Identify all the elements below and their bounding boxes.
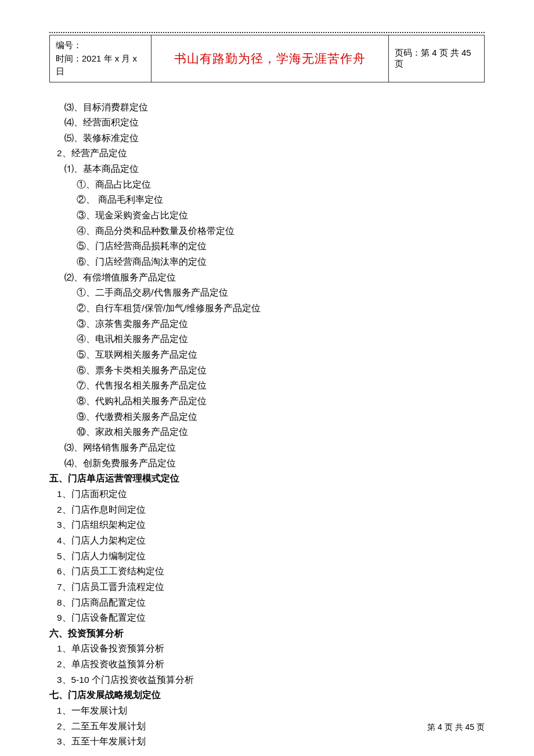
outline-line: ①、二手商品交易/代售服务产品定位 bbox=[49, 285, 485, 301]
outline-line: 8、门店商品配置定位 bbox=[49, 595, 485, 611]
outline-line: ⑧、代购礼品相关服务产品定位 bbox=[49, 394, 485, 409]
outline-line: 七、门店发展战略规划定位 bbox=[49, 687, 485, 703]
outline-line: ⑥、票务卡类相关服务产品定位 bbox=[49, 363, 485, 379]
outline-line: 5、门店人力编制定位 bbox=[49, 549, 485, 564]
outline-line: ④、商品分类和品种数量及价格带定位 bbox=[49, 224, 485, 239]
page-footer: 第 4 页 共 45 页 bbox=[427, 722, 485, 733]
document-body: ⑶、目标消费群定位 ⑷、经营面积定位 ⑸、装修标准定位 2、经营产品定位 ⑴、基… bbox=[49, 100, 485, 750]
header-center-cell: 书山有路勤为径，学海无涯苦作舟 bbox=[151, 35, 389, 82]
outline-line: ⑶、网络销售服务产品定位 bbox=[49, 440, 485, 456]
outline-line: 3、门店组织架构定位 bbox=[49, 517, 485, 533]
outline-line: ⑥、门店经营商品淘汰率的定位 bbox=[49, 254, 485, 270]
outline-line: ⑦、代售报名相关服务产品定位 bbox=[49, 378, 485, 394]
outline-line: 2、门店作息时间定位 bbox=[49, 502, 485, 518]
outline-line: 1、门店面积定位 bbox=[49, 487, 485, 502]
outline-line: 4、门店人力架构定位 bbox=[49, 533, 485, 549]
outline-line: ⑵、有偿增值服务产品定位 bbox=[49, 270, 485, 286]
doc-id-label: 编号： bbox=[56, 39, 145, 52]
outline-line: ⑶、目标消费群定位 bbox=[49, 100, 485, 116]
header-right-cell: 页码：第 4 页 共 45 页 bbox=[389, 35, 485, 82]
outline-line: 9、门店设备配置定位 bbox=[49, 610, 485, 626]
outline-line: 7、门店员工晋升流程定位 bbox=[49, 579, 485, 595]
outline-line: 2、经营产品定位 bbox=[49, 146, 485, 161]
outline-line: 2、单店投资收益预算分析 bbox=[49, 657, 485, 672]
doc-date: 时间：2021 年 x 月 x 日 bbox=[56, 52, 145, 78]
outline-line: 3、5-10 个门店投资收益预算分析 bbox=[49, 672, 485, 688]
outline-line: 3、五至十年发展计划 bbox=[49, 734, 485, 750]
header-top-rule bbox=[49, 32, 485, 33]
outline-line: 1、一年发展计划 bbox=[49, 703, 485, 719]
outline-line: 1、单店设备投资预算分析 bbox=[49, 641, 485, 657]
outline-line: ⑤、门店经营商品损耗率的定位 bbox=[49, 239, 485, 254]
outline-line: 2、二至五年发展计划 bbox=[49, 719, 485, 735]
outline-line: ⑴、基本商品定位 bbox=[49, 161, 485, 177]
header-table: 编号： 时间：2021 年 x 月 x 日 书山有路勤为径，学海无涯苦作舟 页码… bbox=[49, 35, 485, 82]
outline-line: ⑤、互联网相关服务产品定位 bbox=[49, 347, 485, 363]
outline-line: ⑨、代缴费相关服务产品定位 bbox=[49, 409, 485, 425]
outline-line: 六、投资预算分析 bbox=[49, 626, 485, 642]
outline-line: 五、门店单店运营管理模式定位 bbox=[49, 471, 485, 487]
outline-line: ②、 商品毛利率定位 bbox=[49, 192, 485, 208]
outline-line: ⑷、创新免费服务产品定位 bbox=[49, 456, 485, 471]
outline-line: ②、自行车租赁/保管/加气/维修服务产品定位 bbox=[49, 301, 485, 316]
outline-line: 6、门店员工工资结构定位 bbox=[49, 564, 485, 579]
outline-line: ⑸、装修标准定位 bbox=[49, 131, 485, 146]
outline-line: ⑩、家政相关服务产品定位 bbox=[49, 424, 485, 440]
outline-line: ①、商品占比定位 bbox=[49, 177, 485, 193]
outline-line: ③、凉茶售卖服务产品定位 bbox=[49, 316, 485, 332]
outline-line: ⑷、经营面积定位 bbox=[49, 115, 485, 131]
header-page-label: 页码：第 4 页 共 45 页 bbox=[395, 48, 471, 69]
header-left-cell: 编号： 时间：2021 年 x 月 x 日 bbox=[50, 35, 151, 82]
header-slogan: 书山有路勤为径，学海无涯苦作舟 bbox=[174, 52, 366, 65]
outline-line: ③、现金采购资金占比定位 bbox=[49, 208, 485, 224]
outline-line: ④、电讯相关服务产品定位 bbox=[49, 332, 485, 347]
